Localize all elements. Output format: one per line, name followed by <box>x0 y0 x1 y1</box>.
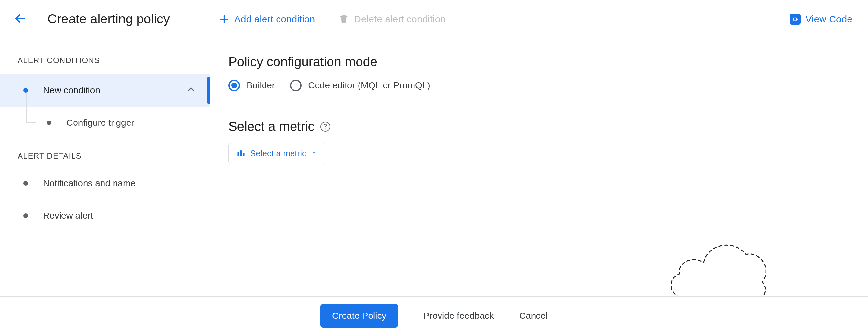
page-title: Create alerting policy <box>48 12 170 26</box>
sidebar-item-label: Review alert <box>43 210 93 221</box>
bullet-icon <box>24 213 28 218</box>
view-code-label: View Code <box>805 14 852 25</box>
select-metric-button-label: Select a metric <box>250 148 306 159</box>
back-button[interactable] <box>11 10 29 28</box>
body: ALERT CONDITIONS New condition Configure… <box>0 38 868 296</box>
config-mode-heading: Policy configuration mode <box>228 55 850 69</box>
sidebar-subitem-label: Configure trigger <box>66 118 134 128</box>
bullet-icon <box>47 121 52 125</box>
radio-builder-label: Builder <box>247 80 275 91</box>
delete-alert-condition-button: Delete alert condition <box>338 14 446 25</box>
sidebar-item-review-alert[interactable]: Review alert <box>0 200 210 232</box>
top-actions: Add alert condition Delete alert conditi… <box>219 14 446 25</box>
footer-bar: Create Policy Provide feedback Cancel <box>0 296 868 335</box>
radio-icon <box>290 79 302 91</box>
top-bar: Create alerting policy Add alert conditi… <box>0 0 868 38</box>
create-policy-button[interactable]: Create Policy <box>320 304 398 328</box>
sidebar-subitem-configure-trigger[interactable]: Configure trigger <box>0 107 210 139</box>
sidebar-item-label: New condition <box>43 85 100 96</box>
add-alert-condition-button[interactable]: Add alert condition <box>219 14 315 25</box>
cloud-illustration <box>663 230 770 296</box>
svg-rect-5 <box>243 153 245 156</box>
caret-down-icon <box>311 148 317 159</box>
bullet-icon <box>24 181 28 186</box>
delete-alert-condition-label: Delete alert condition <box>354 14 446 25</box>
provide-feedback-button[interactable]: Provide feedback <box>423 311 494 321</box>
bullet-icon <box>24 88 28 93</box>
code-icon <box>789 14 801 25</box>
svg-rect-4 <box>241 150 242 156</box>
sidebar-section-conditions: ALERT CONDITIONS <box>0 56 210 74</box>
radio-builder[interactable]: Builder <box>228 79 275 91</box>
select-metric-button[interactable]: Select a metric <box>228 143 326 164</box>
add-alert-condition-label: Add alert condition <box>234 14 315 25</box>
radio-code-editor[interactable]: Code editor (MQL or PromQL) <box>290 79 430 91</box>
select-metric-heading-row: Select a metric ? <box>228 119 850 134</box>
select-metric-heading: Select a metric <box>228 119 315 134</box>
plus-icon <box>219 14 230 25</box>
view-code-button[interactable]: View Code <box>789 14 852 25</box>
sidebar-section-details: ALERT DETAILS <box>0 139 210 167</box>
sidebar-item-notifications[interactable]: Notifications and name <box>0 167 210 200</box>
radio-icon <box>228 79 240 91</box>
cancel-button[interactable]: Cancel <box>519 311 548 321</box>
svg-rect-3 <box>238 153 240 156</box>
config-mode-radio-group: Builder Code editor (MQL or PromQL) <box>228 79 850 91</box>
radio-code-editor-label: Code editor (MQL or PromQL) <box>308 80 430 91</box>
bar-chart-icon <box>237 148 246 159</box>
sidebar: ALERT CONDITIONS New condition Configure… <box>0 38 210 296</box>
main-panel: Policy configuration mode Builder Code e… <box>210 38 868 296</box>
trash-icon <box>338 14 349 25</box>
sidebar-item-label: Notifications and name <box>43 178 136 189</box>
chevron-up-icon <box>186 84 196 97</box>
help-icon[interactable]: ? <box>320 122 330 132</box>
arrow-left-icon <box>14 12 27 26</box>
